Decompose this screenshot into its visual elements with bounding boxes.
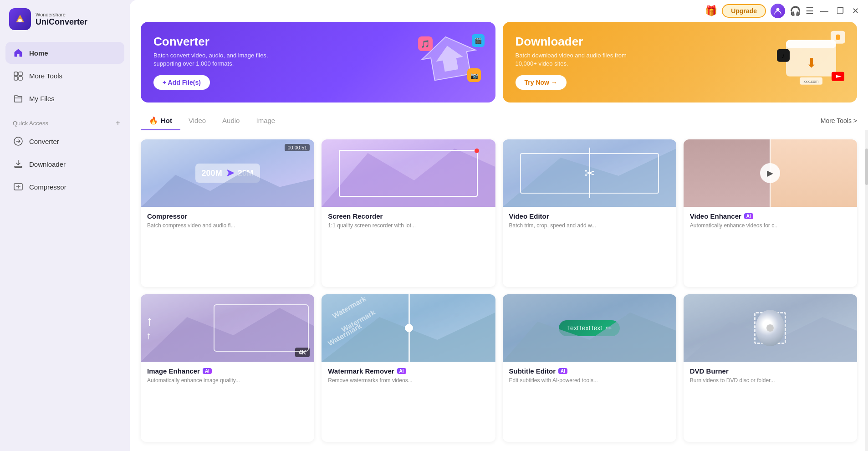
tool-thumb-compressor: 00:00:51 200M ➤ 20M xyxy=(141,139,314,207)
tool-card-body-video-enhancer: Video Enhancer AI Automatically enhance … xyxy=(684,207,857,236)
svg-rect-10 xyxy=(14,184,22,190)
minimize-button[interactable]: — xyxy=(818,5,830,17)
sidebar-item-home[interactable]: Home xyxy=(5,42,124,64)
svg-point-2 xyxy=(18,19,22,22)
tabs-row: 🔥 Hot Video Audio Image More Tools > xyxy=(130,112,868,130)
add-quick-access-button[interactable]: + xyxy=(113,118,123,128)
sidebar-item-downloader[interactable]: Downloader xyxy=(5,153,124,175)
tool-title-compressor: Compressor xyxy=(147,212,308,220)
user-avatar[interactable] xyxy=(771,4,785,18)
sidebar-item-label-compressor: Compressor xyxy=(29,183,66,191)
tool-desc-subtitle-editor: Edit subtitles with AI-powered tools... xyxy=(509,377,670,384)
tab-audio[interactable]: Audio xyxy=(214,112,248,130)
tool-desc-video-editor: Batch trim, crop, speed and add w... xyxy=(509,222,670,230)
ai-badge-watermark-remover: AI xyxy=(397,368,406,374)
tool-card-body-subtitle-editor: Subtitle Editor AI Edit subtitles with A… xyxy=(503,362,676,391)
scrollbar-thumb[interactable] xyxy=(865,149,868,185)
tool-card-body-watermark-remover: Watermark Remover AI Remove watermarks f… xyxy=(322,362,495,391)
sidebar-item-label-my-files: My Files xyxy=(29,95,55,102)
tool-card-body-image-enhancer: Image Enhancer AI Automatically enhance … xyxy=(141,362,314,391)
tool-card-watermark-remover[interactable]: Watermark Watermark Watermark Watermark … xyxy=(322,294,495,442)
tool-card-video-editor[interactable]: ✂ Video Editor Batch trim, crop, speed a… xyxy=(503,139,676,287)
ai-badge-image-enhancer: AI xyxy=(203,368,212,374)
tool-card-screen-recorder[interactable]: Screen Recorder 1:1 quality screen recor… xyxy=(322,139,495,287)
close-button[interactable]: ✕ xyxy=(850,5,861,17)
logo-text: Wondershare UniConverter xyxy=(36,12,87,27)
more-tools-link-label: More Tools > xyxy=(821,117,857,124)
support-icon[interactable]: 🎧 xyxy=(790,5,801,16)
titlebar: 🎁 Upgrade 🎧 ☰ — ❐ ✕ xyxy=(130,0,868,22)
svg-text:📷: 📷 xyxy=(470,72,478,80)
svg-rect-30 xyxy=(836,34,840,40)
tab-video[interactable]: Video xyxy=(180,112,214,130)
tool-thumb-image-enhancer: ↑ ↑ 4K xyxy=(141,294,314,362)
tab-image[interactable]: Image xyxy=(248,112,283,130)
maximize-button[interactable]: ❐ xyxy=(835,5,846,17)
svg-text:♪: ♪ xyxy=(782,51,785,59)
tool-thumb-watermark-remover: Watermark Watermark Watermark xyxy=(322,294,495,362)
tool-desc-image-enhancer: Automatically enhance image quality... xyxy=(147,377,308,384)
svg-rect-5 xyxy=(14,77,18,80)
tab-video-label: Video xyxy=(189,117,206,124)
tab-hot-label: Hot xyxy=(161,117,172,124)
converter-hero-card[interactable]: 🎵 📷 🎬 Converter Batch convert video, aud… xyxy=(141,22,495,102)
sidebar-nav: Home More Tools My Files xyxy=(0,38,130,114)
tool-title-watermark-remover: Watermark Remover AI xyxy=(328,367,489,375)
time-badge: 00:00:51 xyxy=(285,144,310,151)
sidebar-item-converter[interactable]: Converter xyxy=(5,130,124,152)
quick-access-label: Quick Access xyxy=(13,120,48,127)
sidebar-item-more-tools[interactable]: More Tools xyxy=(5,65,124,87)
tool-card-compressor[interactable]: 00:00:51 200M ➤ 20M Compressor Batch com… xyxy=(141,139,314,287)
tool-title-dvd-burner: DVD Burner xyxy=(690,367,851,375)
sidebar: Wondershare UniConverter Home xyxy=(0,0,130,451)
tool-desc-dvd-burner: Burn videos to DVD disc or folder... xyxy=(690,377,851,384)
brand-name: Wondershare xyxy=(36,12,87,17)
tool-card-image-enhancer[interactable]: ↑ ↑ 4K Image Enhancer AI Automatically e… xyxy=(141,294,314,442)
downloader-try-now-button[interactable]: Try Now → xyxy=(516,75,567,90)
downloader-hero-desc: Batch download video and audio files fro… xyxy=(516,51,643,68)
tool-desc-screen-recorder: 1:1 quality screen recorder with lot... xyxy=(328,222,489,230)
converter-add-files-button[interactable]: + Add File(s) xyxy=(153,75,210,90)
tab-image-label: Image xyxy=(256,117,275,124)
tool-card-body-video-editor: Video Editor Batch trim, crop, speed and… xyxy=(503,207,676,236)
quick-access-nav: Converter Downloader Compressor xyxy=(0,130,130,202)
upgrade-button[interactable]: Upgrade xyxy=(722,4,766,18)
tool-title-screen-recorder: Screen Recorder xyxy=(328,212,489,220)
tool-desc-watermark-remover: Remove watermarks from videos... xyxy=(328,377,489,384)
more-tools-link[interactable]: More Tools > xyxy=(821,117,857,124)
svg-text:🎬: 🎬 xyxy=(475,37,482,45)
tool-card-subtitle-editor[interactable]: TextTextText ✏ Subtitle Editor AI Edit s… xyxy=(503,294,676,442)
play-button-overlay: ▶ xyxy=(760,163,780,183)
compressor-icon xyxy=(13,181,24,192)
downloader-hero-card[interactable]: ⬇ ♪ xxx.com Downloader Batch download vi… xyxy=(503,22,858,102)
svg-marker-36 xyxy=(503,313,676,362)
tool-card-body-screen-recorder: Screen Recorder 1:1 quality screen recor… xyxy=(322,207,495,236)
sidebar-item-compressor[interactable]: Compressor xyxy=(5,176,124,198)
converter-icon xyxy=(13,136,24,147)
svg-rect-6 xyxy=(19,77,22,80)
titlebar-actions: 🎁 Upgrade 🎧 ☰ — ❐ ✕ xyxy=(705,4,861,18)
tab-hot[interactable]: 🔥 Hot xyxy=(141,112,180,130)
home-icon xyxy=(13,47,24,58)
menu-icon[interactable]: ☰ xyxy=(806,5,814,16)
my-files-icon xyxy=(13,93,24,104)
screen-recorder-frame xyxy=(339,150,478,197)
converter-hero-desc: Batch convert video, audio, and image fi… xyxy=(153,51,281,68)
svg-rect-4 xyxy=(19,72,22,76)
tool-thumb-subtitle-editor: TextTextText ✏ xyxy=(503,294,676,362)
tool-card-dvd-burner[interactable]: DVD Burner Burn videos to DVD disc or fo… xyxy=(684,294,857,442)
tool-title-video-editor: Video Editor xyxy=(509,212,670,220)
tool-card-video-enhancer[interactable]: ▶ Video Enhancer AI Automatically enhanc… xyxy=(684,139,857,287)
gift-icon[interactable]: 🎁 xyxy=(705,5,717,17)
main-content: 🎁 Upgrade 🎧 ☰ — ❐ ✕ xyxy=(130,0,868,451)
svg-text:🎵: 🎵 xyxy=(421,40,430,48)
sidebar-item-label-downloader: Downloader xyxy=(29,160,66,168)
ai-badge-video-enhancer: AI xyxy=(744,213,753,219)
tool-title-video-enhancer: Video Enhancer AI xyxy=(690,212,851,220)
sidebar-item-my-files[interactable]: My Files xyxy=(5,87,124,109)
recording-dot xyxy=(475,149,479,153)
hero-banners: 🎵 📷 🎬 Converter Batch convert video, aud… xyxy=(130,22,868,112)
converter-illustration: 🎵 📷 🎬 xyxy=(414,32,486,91)
ai-badge-subtitle-editor: AI xyxy=(558,368,567,374)
quick-access-section: Quick Access + xyxy=(0,114,130,130)
